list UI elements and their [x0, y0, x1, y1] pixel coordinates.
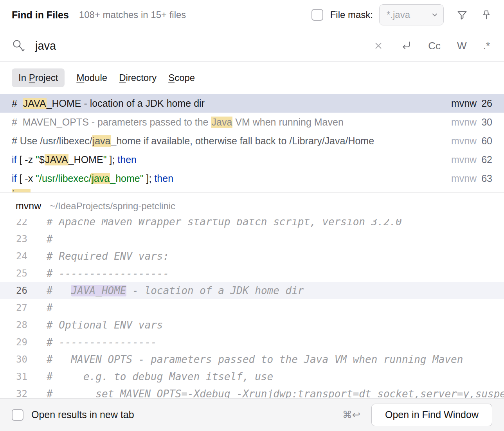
editor-line[interactable]: 29# ---------------- [0, 334, 504, 351]
result-location: mvnw63 [443, 173, 492, 184]
preview-file-name: mvnw [16, 200, 41, 212]
tab-mnemonic: M [76, 72, 84, 83]
line-number: 26 [0, 282, 42, 299]
editor-lines: 22# Apache Maven Wrapper startup batch s… [0, 219, 504, 398]
editor-line[interactable]: 30# MAVEN_OPTS - parameters passed to th… [0, 351, 504, 368]
result-line-number: 62 [481, 154, 492, 165]
filter-button[interactable] [456, 9, 468, 21]
result-row[interactable]: # JAVA_HOME - location of a JDK home dir… [0, 94, 504, 113]
editor-line[interactable]: 27# [0, 299, 504, 316]
pin-button[interactable] [481, 9, 492, 21]
result-location: mvnw26 [443, 98, 492, 109]
open-in-find-window-button[interactable]: Open in Find Window [371, 404, 492, 426]
editor-line[interactable]: 23# [0, 230, 504, 248]
line-number: 22 [0, 219, 42, 230]
result-location: mvnw62 [443, 154, 492, 165]
file-mask-checkbox[interactable] [311, 9, 323, 21]
result-row[interactable]: if [ -z "$JAVA_HOME" ]; thenmvnw62 [0, 150, 504, 169]
result-line-number: 30 [481, 117, 492, 128]
code-text: # [42, 299, 504, 316]
match-highlight: java [12, 189, 31, 192]
file-mask-dropdown-button[interactable] [426, 5, 443, 25]
scope-tab-directory[interactable]: Directory [119, 68, 157, 87]
whole-words-toggle[interactable]: W [457, 40, 467, 52]
code-text: # Optional ENV vars [42, 316, 504, 334]
match-highlight: JAVA [23, 98, 47, 109]
code-text: # ------------------ [42, 265, 504, 282]
footer-actions: ⌘↩ Open in Find Window [342, 404, 492, 426]
search-icon[interactable] [12, 39, 26, 53]
scope-tab-in-project[interactable]: In Project [12, 68, 65, 87]
code-text: # [42, 230, 504, 248]
result-location: mvnw30 [443, 117, 492, 128]
result-text: # Use /usr/libexec/java_home if availabl… [12, 135, 374, 147]
result-line-number: 60 [481, 135, 492, 147]
search-input[interactable]: java [35, 40, 56, 52]
match-highlight: Java [211, 117, 232, 128]
result-line-number: 26 [481, 98, 492, 109]
clear-search-icon[interactable] [373, 41, 383, 51]
pin-icon [481, 9, 492, 21]
result-text: # MAVEN_OPTS - parameters passed to the … [12, 117, 344, 128]
line-number: 31 [0, 368, 42, 385]
search-actions: Cc W .* [373, 40, 490, 52]
line-number: 23 [0, 230, 42, 248]
result-location: mvnw60 [443, 135, 492, 147]
regex-toggle[interactable]: .* [483, 40, 490, 52]
file-mask-combobox[interactable]: *.java [379, 4, 444, 25]
editor-line[interactable]: 24# Required ENV vars: [0, 248, 504, 265]
code-text: # Required ENV vars: [42, 248, 504, 265]
code-preview: 22# Apache Maven Wrapper startup batch s… [0, 219, 504, 398]
editor-line[interactable]: 32# set MAVEN_OPTS=-Xdebug -Xrunjdwp:tra… [0, 385, 504, 398]
line-number: 24 [0, 248, 42, 265]
dialog-footer: Open results in new tab ⌘↩ Open in Find … [0, 398, 504, 431]
match-highlight: java [91, 173, 110, 184]
code-text: # Apache Maven Wrapper startup batch scr… [42, 219, 504, 230]
identifier-selection: JAVA_HOME [71, 285, 126, 296]
result-text: # JAVA_HOME - location of a JDK home dir [12, 98, 205, 109]
newline-icon[interactable] [400, 40, 412, 52]
line-number: 32 [0, 385, 42, 398]
header-controls: File mask: *.java [311, 4, 492, 25]
result-row[interactable]: java [0, 188, 504, 192]
result-text: java [12, 189, 31, 192]
page-title: Find in Files [12, 9, 69, 21]
editor-line[interactable]: 25# ------------------ [0, 265, 504, 282]
filter-funnel-icon [456, 9, 468, 21]
open-in-new-tab-checkbox[interactable] [12, 409, 23, 421]
result-text: if [ -x "/usr/libexec/java_home" ]; then [12, 173, 173, 184]
editor-line[interactable]: 31# e.g. to debug Maven itself, use [0, 368, 504, 385]
open-in-new-tab-label: Open results in new tab [31, 409, 134, 420]
editor-line[interactable]: 28# Optional ENV vars [0, 316, 504, 334]
match-highlight: JAVA [45, 154, 68, 165]
scope-tab-scope[interactable]: Scope [168, 68, 195, 87]
preview-header: mvnw ~/IdeaProjects/spring-petclinic [0, 193, 504, 219]
find-in-files-dialog: Find in Files 108+ matches in 15+ files … [0, 0, 504, 431]
result-line-number: 63 [481, 173, 492, 184]
result-row[interactable]: # MAVEN_OPTS - parameters passed to the … [0, 113, 504, 131]
result-file-name: mvnw [451, 117, 477, 128]
line-number: 30 [0, 351, 42, 368]
line-number: 25 [0, 265, 42, 282]
editor-line[interactable]: 26# JAVA_HOME - location of a JDK home d… [0, 282, 504, 299]
result-file-name: mvnw [451, 173, 477, 184]
result-row[interactable]: if [ -x "/usr/libexec/java_home" ]; then… [0, 169, 504, 188]
scope-tab-module[interactable]: Module [76, 68, 107, 87]
results-list: # JAVA_HOME - location of a JDK home dir… [0, 94, 504, 193]
code-text: # JAVA_HOME - location of a JDK home dir [42, 282, 504, 299]
code-text: # MAVEN_OPTS - parameters passed to the … [42, 351, 504, 368]
match-case-toggle[interactable]: Cc [428, 40, 441, 52]
code-text: # set MAVEN_OPTS=-Xdebug -Xrunjdwp:trans… [42, 385, 504, 398]
match-highlight: java [92, 135, 111, 147]
file-mask-value: *.java [380, 9, 426, 20]
line-number: 27 [0, 299, 42, 316]
code-text: # e.g. to debug Maven itself, use [42, 368, 504, 385]
shortcut-hint: ⌘↩ [342, 409, 360, 420]
chevron-down-icon [431, 11, 439, 19]
editor-line[interactable]: 22# Apache Maven Wrapper startup batch s… [0, 219, 504, 230]
tab-mnemonic: D [119, 72, 126, 83]
search-row: java Cc W .* [0, 30, 504, 62]
file-mask-label: File mask: [330, 9, 373, 20]
result-row[interactable]: # Use /usr/libexec/java_home if availabl… [0, 131, 504, 150]
scope-tabs: In ProjectModuleDirectoryScope [0, 62, 504, 94]
